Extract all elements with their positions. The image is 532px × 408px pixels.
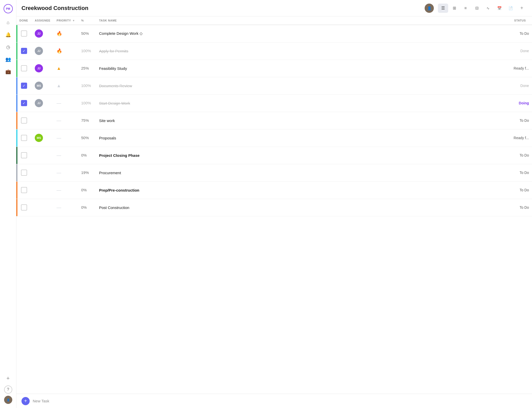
taskname-cell[interactable]: Procurement (96, 164, 499, 181)
table-header-row: DONE ASSIGNEE PRIORITY ▼ % TASK NAME STA… (16, 16, 532, 25)
sidebar-item-clock[interactable]: ◷ (3, 42, 13, 52)
done-cell: ✓ (16, 77, 32, 94)
assignee-avatar[interactable]: MS (35, 82, 43, 90)
priority-icon: 🔥 (56, 31, 62, 36)
tab-activity[interactable]: ∿ (483, 4, 493, 13)
task-checkbox[interactable] (21, 30, 27, 37)
taskname-cell[interactable]: Documents Review (96, 77, 499, 94)
taskname-cell[interactable]: Apply for Permits (96, 42, 499, 60)
app-logo[interactable]: PM (4, 4, 13, 13)
status-cell[interactable]: To Do (499, 164, 532, 181)
priority-cell: 🔥 (53, 25, 78, 42)
pct-value: 50% (81, 136, 89, 140)
priority-icon: — (56, 170, 61, 175)
status-cell[interactable]: To Do (499, 25, 532, 42)
add-project-button[interactable]: + (3, 373, 13, 383)
tab-document[interactable]: 📄 (505, 4, 516, 13)
taskname-cell[interactable]: Prep/Pre-construction (96, 181, 499, 199)
task-name-text: Documents Review (99, 84, 496, 88)
taskname-cell[interactable]: Proposals (96, 129, 499, 147)
sidebar-item-bell[interactable]: 🔔 (3, 30, 13, 40)
status-badge: To Do (519, 31, 529, 36)
priority-cell: — (53, 129, 78, 147)
user-avatar[interactable]: 👤 (4, 396, 12, 404)
taskname-cell[interactable]: Feasibility Study (96, 60, 499, 77)
status-badge: Doing (519, 101, 529, 105)
sidebar-item-users[interactable]: 👥 (3, 54, 13, 64)
status-cell[interactable]: To Do (499, 147, 532, 164)
row-bar-indicator (16, 60, 17, 77)
add-task-button[interactable]: + (21, 397, 30, 405)
sidebar-item-home[interactable]: ⌂ (3, 17, 13, 28)
priority-cell: ▲ (53, 60, 78, 77)
tab-table[interactable]: ⊟ (472, 4, 482, 13)
taskname-cell[interactable]: Post Construction (96, 199, 499, 216)
priority-icon: — (56, 135, 61, 140)
assignee-avatar[interactable]: JJ (35, 64, 43, 72)
status-cell[interactable]: Doing (499, 94, 532, 112)
taskname-cell[interactable]: Site work (96, 112, 499, 129)
status-badge: Done (520, 49, 529, 53)
assignee-avatar[interactable]: JJ (35, 29, 43, 38)
assignee-cell: JJ (32, 42, 53, 60)
col-done-header: DONE (16, 16, 32, 25)
col-taskname-header: TASK NAME (96, 16, 499, 25)
priority-icon: — (56, 118, 61, 123)
done-cell (16, 129, 32, 147)
task-checkbox[interactable]: ✓ (21, 48, 27, 54)
sidebar-item-briefcase[interactable]: 💼 (3, 67, 13, 77)
task-checkbox[interactable]: ✓ (21, 100, 27, 106)
status-cell[interactable]: To Do (499, 199, 532, 216)
priority-cell: — (53, 147, 78, 164)
status-cell[interactable]: Done (499, 77, 532, 94)
task-table: DONE ASSIGNEE PRIORITY ▼ % TASK NAME STA… (16, 16, 532, 216)
status-cell[interactable]: Done (499, 42, 532, 60)
col-priority-header[interactable]: PRIORITY ▼ (53, 16, 78, 25)
taskname-cell[interactable]: Complete Design Work ◇ (96, 25, 499, 42)
assignee-avatar[interactable]: JJ (35, 47, 43, 55)
priority-cell: 🔥 (53, 42, 78, 60)
taskname-cell[interactable]: Start Design Work (96, 94, 499, 112)
priority-icon: — (56, 188, 61, 193)
task-checkbox[interactable] (21, 187, 27, 193)
status-cell[interactable]: To Do (499, 181, 532, 199)
main-content: Creekwood Construction 👤 ☰ ⊞ ≡ ⊟ ∿ 📅 📄 +… (16, 0, 532, 408)
assignee-cell (32, 112, 53, 129)
pct-value: 50% (81, 31, 89, 36)
assignee-cell (32, 164, 53, 181)
tab-board[interactable]: ⊞ (449, 4, 459, 13)
task-checkbox[interactable] (21, 65, 27, 71)
task-checkbox[interactable] (21, 152, 27, 158)
row-bar-indicator (16, 199, 17, 216)
table-row: —0%Prep/Pre-constructionTo Do (16, 181, 532, 199)
tab-filter[interactable]: ≡ (460, 4, 471, 13)
tab-list[interactable]: ☰ (438, 4, 448, 13)
task-checkbox[interactable] (21, 135, 27, 141)
add-view-button[interactable]: + (517, 4, 527, 13)
task-checkbox[interactable] (21, 170, 27, 176)
pct-value: 100% (81, 49, 91, 53)
table-row: —0%Project Closing PhaseTo Do (16, 147, 532, 164)
priority-icon: — (56, 205, 61, 210)
task-checkbox[interactable] (21, 117, 27, 124)
status-cell[interactable]: Ready f... (499, 60, 532, 77)
task-checkbox[interactable] (21, 204, 27, 211)
status-badge: To Do (519, 188, 529, 192)
tab-calendar[interactable]: 📅 (494, 4, 504, 13)
page-title: Creekwood Construction (21, 5, 421, 12)
row-bar-indicator (16, 25, 17, 42)
priority-cell: — (53, 112, 78, 129)
assignee-cell: MS (32, 77, 53, 94)
taskname-cell[interactable]: Project Closing Phase (96, 147, 499, 164)
status-cell[interactable]: Ready f... (499, 129, 532, 147)
priority-cell: — (53, 199, 78, 216)
priority-icon: ▲ (56, 83, 61, 88)
help-button[interactable]: ? (4, 385, 12, 394)
col-pct-header: % (78, 16, 96, 25)
status-badge: Ready f... (514, 136, 529, 140)
status-cell[interactable]: To Do (499, 112, 532, 129)
assignee-avatar[interactable]: JJ (35, 99, 43, 107)
assignee-avatar[interactable]: MS (35, 134, 43, 142)
view-tabs: ☰ ⊞ ≡ ⊟ ∿ 📅 📄 + (438, 4, 527, 13)
task-checkbox[interactable]: ✓ (21, 83, 27, 89)
